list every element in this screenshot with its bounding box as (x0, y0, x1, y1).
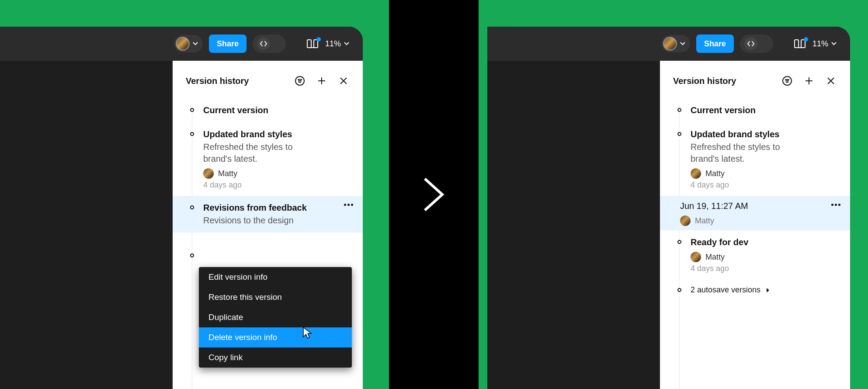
user-avatar-menu[interactable] (174, 35, 203, 52)
timeline-dot-icon (677, 132, 681, 136)
version-item-selected[interactable]: Revisions from feedback Revisions to the… (173, 196, 363, 233)
editor-canvas: Version history Current version (0, 61, 363, 389)
version-description: Revisions to the design (203, 215, 317, 226)
author-avatar (203, 168, 214, 179)
app-window-before: Share 11% (0, 27, 363, 389)
library-icon[interactable] (793, 38, 806, 49)
filter-button[interactable] (291, 72, 309, 90)
version-history-panel: Version history Current version (660, 61, 850, 389)
right-arrow-icon (422, 176, 446, 213)
add-version-button[interactable] (313, 72, 330, 90)
author-avatar (691, 168, 701, 179)
version-item[interactable]: Ready for dev Matty 4 days ago (660, 230, 850, 279)
author-avatar (680, 215, 691, 226)
version-byline: Matty (203, 168, 352, 179)
panel-title: Version history (186, 76, 287, 86)
version-description: Refreshed the styles to brand's latest. (203, 141, 317, 165)
zoom-value: 11% (812, 39, 828, 49)
menu-restore-version[interactable]: Restore this version (199, 287, 352, 307)
chevron-down-icon (344, 41, 350, 47)
share-button[interactable]: Share (209, 35, 247, 53)
author-name: Matty (695, 216, 714, 226)
menu-edit-version-info[interactable]: Edit version info (199, 267, 352, 287)
version-title: Jun 19, 11:27 AM (680, 200, 840, 212)
zoom-dropdown[interactable]: 11% (325, 39, 350, 49)
version-history-header: Version history (173, 61, 363, 98)
transition-strip (389, 0, 479, 389)
timeline-dot-icon (677, 288, 681, 292)
library-icon[interactable] (306, 38, 319, 49)
version-list: Current version Updated brand styles Ref… (173, 98, 363, 266)
version-timestamp: 4 days ago (691, 181, 840, 190)
autosave-versions-toggle[interactable]: 2 autosave versions (660, 279, 850, 301)
version-item-current[interactable]: Current version (660, 98, 850, 122)
timeline-dot-icon (677, 108, 681, 112)
close-button[interactable] (335, 72, 352, 90)
author-avatar (691, 252, 701, 262)
version-more-button[interactable] (831, 204, 840, 206)
filter-button[interactable] (778, 72, 796, 90)
zoom-value: 11% (325, 39, 341, 49)
zoom-dropdown[interactable]: 11% (812, 39, 837, 49)
version-list: Current version Updated brand styles Ref… (660, 98, 850, 309)
top-toolbar: Share 11% (0, 27, 363, 61)
chevron-right-icon (766, 288, 770, 293)
share-button[interactable]: Share (696, 35, 734, 53)
version-title: Current version (691, 104, 840, 116)
version-item-current[interactable]: Current version (173, 98, 363, 122)
avatar (176, 37, 190, 51)
version-item[interactable]: Updated brand styles Refreshed the style… (660, 122, 850, 196)
version-history-panel: Version history Current version (173, 61, 363, 389)
version-item[interactable]: Updated brand styles Refreshed the style… (173, 122, 363, 196)
version-title: Ready for dev (691, 236, 840, 248)
timeline-dot-icon (677, 240, 681, 244)
version-byline: Matty (691, 168, 840, 179)
autosave-count-label: 2 autosave versions (691, 285, 760, 295)
menu-duplicate[interactable]: Duplicate (199, 307, 352, 327)
version-history-header: Version history (660, 61, 850, 98)
top-toolbar: Share 11% (487, 27, 850, 61)
panel-title: Version history (673, 76, 774, 86)
timeline-dot-icon (190, 132, 194, 136)
app-window-after: Share 11% (487, 27, 850, 389)
version-item[interactable] (173, 233, 363, 257)
version-item-selected[interactable]: Jun 19, 11:27 AM Matty (660, 196, 850, 230)
close-button[interactable] (822, 72, 840, 90)
version-more-button[interactable] (344, 204, 353, 206)
author-name: Matty (705, 253, 725, 262)
timeline-dot-icon (190, 108, 194, 112)
add-version-button[interactable] (800, 72, 818, 90)
menu-copy-link[interactable]: Copy link (199, 347, 352, 368)
dev-mode-toggle[interactable] (253, 35, 286, 53)
version-description: Refreshed the styles to brand's latest. (691, 141, 804, 165)
editor-canvas: Version history Current version (487, 61, 850, 389)
user-avatar-menu[interactable] (661, 35, 690, 52)
chevron-down-icon (192, 41, 198, 47)
avatar (663, 37, 677, 51)
version-byline: Matty (680, 215, 840, 226)
version-title: Updated brand styles (691, 129, 840, 140)
menu-delete-version-info[interactable]: Delete version info (199, 327, 352, 347)
notification-dot-icon (804, 37, 808, 42)
author-name: Matty (705, 169, 725, 178)
version-context-menu: Edit version info Restore this version D… (199, 267, 352, 368)
timeline-dot-icon (190, 254, 194, 257)
version-timestamp: 4 days ago (691, 264, 840, 273)
author-name: Matty (218, 169, 237, 178)
version-timestamp: 4 days ago (203, 181, 352, 190)
version-title: Revisions from feedback (203, 202, 352, 214)
dev-mode-toggle[interactable] (740, 35, 773, 53)
code-icon (257, 37, 270, 50)
chevron-down-icon (680, 41, 686, 47)
comparison-stage: Share 11% (0, 0, 868, 389)
code-icon (744, 37, 757, 50)
version-title: Updated brand styles (203, 129, 352, 140)
version-byline: Matty (691, 252, 840, 262)
timeline-dot-icon (190, 205, 194, 209)
chevron-down-icon (831, 41, 837, 47)
notification-dot-icon (316, 37, 321, 42)
version-title: Current version (203, 104, 352, 116)
